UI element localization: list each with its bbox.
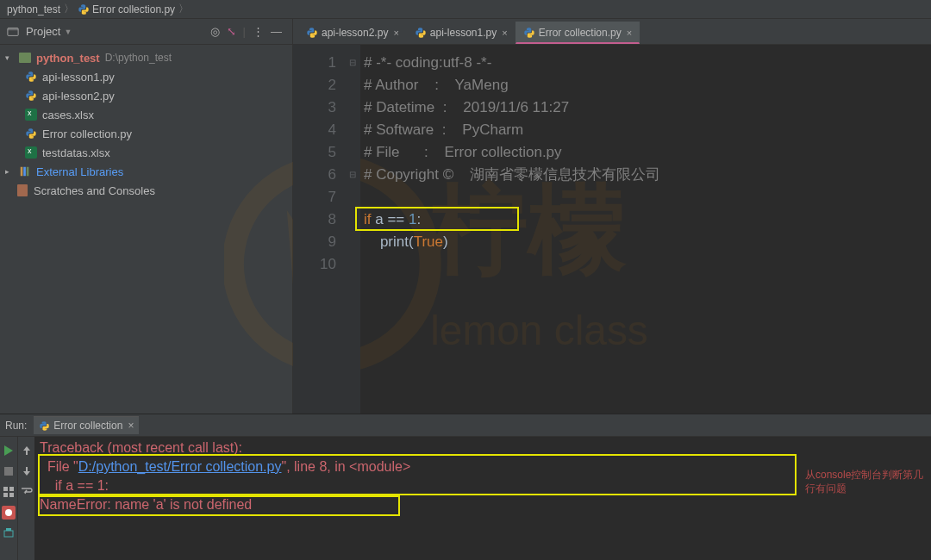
- file-api-lesson1[interactable]: api-lesson1.py: [0, 67, 292, 86]
- wrap-icon[interactable]: [20, 485, 34, 499]
- breadcrumb-file[interactable]: Error collection.py: [78, 3, 175, 16]
- svg-point-14: [5, 509, 12, 516]
- python-icon: [306, 27, 318, 39]
- python-icon: [39, 420, 50, 432]
- down-icon[interactable]: [20, 464, 34, 478]
- svg-rect-6: [23, 167, 26, 177]
- close-icon[interactable]: ×: [502, 28, 507, 38]
- up-icon[interactable]: [20, 444, 34, 457]
- external-libraries[interactable]: ▸ External Libraries: [0, 162, 292, 181]
- svg-rect-11: [9, 487, 14, 491]
- console-line: NameError: name 'a' is not defined: [40, 495, 926, 514]
- python-icon: [415, 27, 427, 39]
- print-icon[interactable]: [2, 526, 16, 540]
- console-line: Traceback (most recent call last):: [40, 439, 926, 457]
- svg-rect-13: [9, 493, 14, 497]
- python-icon: [25, 90, 37, 102]
- rerun-icon[interactable]: [2, 444, 16, 457]
- svg-rect-12: [3, 493, 8, 497]
- scratch-icon: [17, 184, 28, 196]
- svg-marker-8: [4, 445, 13, 456]
- console-line: File "D:/python_test/Error collection.py…: [40, 457, 926, 476]
- file-link[interactable]: D:/python_test/Error collection.py: [78, 459, 282, 474]
- run-toolbar-left: [0, 437, 17, 560]
- svg-rect-4: [8, 28, 18, 30]
- svg-rect-15: [4, 531, 13, 537]
- project-icon: [7, 26, 19, 38]
- hide-icon[interactable]: —: [271, 25, 282, 38]
- run-panel: Run: Error collection × Traceback (most …: [0, 414, 931, 560]
- excel-icon: [25, 109, 37, 121]
- line-gutter: 12345678910: [293, 45, 345, 414]
- run-tab[interactable]: Error collection ×: [34, 416, 139, 434]
- svg-rect-10: [3, 487, 8, 491]
- breadcrumb-project[interactable]: python_test: [7, 3, 60, 16]
- chevron-down-icon: ▾: [5, 53, 16, 62]
- file-api-lesson2[interactable]: api-lesson2.py: [0, 86, 292, 105]
- stop-icon[interactable]: [2, 464, 16, 478]
- chevron-right-icon: 〉: [178, 2, 189, 16]
- console-line: if a == 1:: [40, 476, 926, 495]
- debug-icon[interactable]: [2, 506, 16, 520]
- project-tree: ▾ python_test D:\python_test api-lesson1…: [0, 45, 292, 203]
- target-icon[interactable]: ◎: [210, 25, 220, 38]
- more-icon[interactable]: ⋮: [253, 25, 264, 38]
- divider: |: [243, 25, 246, 38]
- svg-rect-18: [26, 467, 28, 471]
- breadcrumb: python_test 〉 Error collection.py 〉: [0, 0, 931, 19]
- close-icon[interactable]: ×: [128, 420, 134, 432]
- folder-icon: [19, 53, 31, 63]
- python-icon: [78, 3, 90, 16]
- library-icon: [19, 165, 31, 177]
- code-area[interactable]: # -*- coding:utf-8 -*- # Author : YaMeng…: [360, 45, 931, 414]
- svg-rect-16: [6, 528, 11, 531]
- chevron-down-icon: ▼: [64, 28, 72, 36]
- tab-api-lesson2[interactable]: api-lesson2.py×: [298, 22, 407, 44]
- chevron-right-icon: ▸: [5, 167, 16, 176]
- project-selector[interactable]: Project ▼: [7, 25, 72, 38]
- collapse-icon[interactable]: ⤡: [227, 25, 236, 38]
- python-icon: [25, 71, 37, 83]
- run-toolbar-left2: [17, 437, 34, 560]
- editor-tabs: api-lesson2.py× api-lesson1.py× Error co…: [293, 19, 931, 45]
- code-editor[interactable]: 12345678910 ⊟⊟ # -*- coding:utf-8 -*- # …: [293, 45, 931, 414]
- run-label: Run:: [5, 420, 27, 432]
- scratches-consoles[interactable]: Scratches and Consoles: [0, 181, 292, 200]
- project-root[interactable]: ▾ python_test D:\python_test: [0, 48, 292, 67]
- console-output[interactable]: Traceback (most recent call last): File …: [34, 437, 931, 560]
- svg-rect-17: [26, 451, 28, 455]
- excel-icon: [25, 146, 37, 159]
- tab-api-lesson1[interactable]: api-lesson1.py×: [407, 22, 515, 44]
- chevron-right-icon: 〉: [64, 2, 74, 16]
- svg-rect-5: [21, 167, 23, 177]
- python-icon: [25, 128, 37, 140]
- annotation-note: 从console控制台判断第几行有问题: [805, 468, 926, 495]
- svg-rect-7: [27, 167, 29, 177]
- file-cases-xlsx[interactable]: cases.xlsx: [0, 105, 292, 124]
- svg-rect-9: [4, 467, 13, 476]
- file-error-collection[interactable]: Error collection.py: [0, 124, 292, 143]
- python-icon: [523, 27, 535, 39]
- file-testdatas-xlsx[interactable]: testdatas.xlsx: [0, 143, 292, 162]
- close-icon[interactable]: ×: [627, 28, 632, 38]
- project-sidebar: Project ▼ ◎ ⤡ | ⋮ — ▾ python_test D:\pyt…: [0, 19, 293, 414]
- tab-error-collection[interactable]: Error collection.py×: [515, 22, 640, 44]
- close-icon[interactable]: ×: [393, 28, 398, 38]
- fold-column: ⊟⊟: [345, 45, 360, 414]
- layout-icon[interactable]: [2, 485, 16, 499]
